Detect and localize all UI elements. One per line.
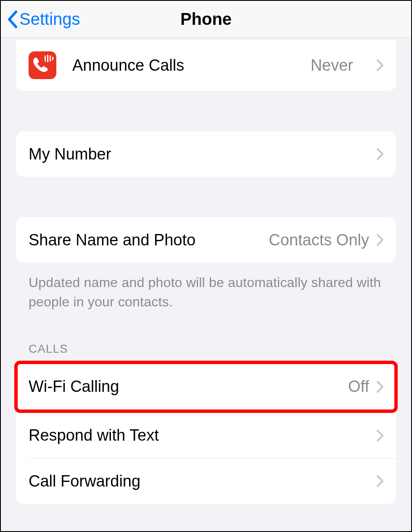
section-mynumber: My Number xyxy=(16,131,396,177)
svg-rect-4 xyxy=(52,57,53,60)
back-button[interactable]: Settings xyxy=(7,10,80,29)
chevron-right-icon xyxy=(377,148,383,160)
row-wifi-calling[interactable]: Wi-Fi Calling Off xyxy=(18,364,394,410)
chevron-right-icon xyxy=(377,234,383,246)
highlight-wifi-calling: Wi-Fi Calling Off xyxy=(14,361,398,413)
row-label: Share Name and Photo xyxy=(29,231,269,249)
row-label: Call Forwarding xyxy=(29,472,377,490)
section-announce: Announce Calls Never xyxy=(16,40,396,91)
row-my-number[interactable]: My Number xyxy=(16,131,396,177)
row-call-forwarding[interactable]: Call Forwarding xyxy=(29,458,396,504)
announce-icon xyxy=(29,51,56,79)
section-calls: Respond with Text Call Forwarding xyxy=(16,413,396,504)
svg-rect-2 xyxy=(47,55,48,62)
section-header-calls: CALLS xyxy=(16,342,396,361)
chevron-right-icon xyxy=(377,475,383,487)
row-value: Off xyxy=(348,378,369,396)
chevron-right-icon xyxy=(377,430,383,442)
row-value: Contacts Only xyxy=(269,231,369,249)
chevron-right-icon xyxy=(377,59,383,71)
back-label: Settings xyxy=(19,10,80,29)
svg-rect-3 xyxy=(50,56,51,61)
row-value: Never xyxy=(311,56,353,74)
row-announce-calls[interactable]: Announce Calls Never xyxy=(16,40,396,91)
svg-rect-0 xyxy=(29,51,56,79)
section-sharename: Share Name and Photo Contacts Only xyxy=(16,217,396,263)
row-share-name-photo[interactable]: Share Name and Photo Contacts Only xyxy=(16,217,396,263)
chevron-left-icon xyxy=(7,10,18,29)
row-label: Respond with Text xyxy=(29,426,377,444)
row-label: My Number xyxy=(29,145,377,163)
row-label: Announce Calls xyxy=(72,56,295,74)
row-respond-with-text[interactable]: Respond with Text xyxy=(16,413,396,458)
section-footer-text: Updated name and photo will be automatic… xyxy=(16,263,396,312)
svg-rect-1 xyxy=(45,56,46,61)
row-label: Wi-Fi Calling xyxy=(29,378,348,396)
chevron-right-icon xyxy=(377,381,383,393)
navigation-header: Settings Phone xyxy=(1,1,411,38)
page-title: Phone xyxy=(180,10,232,29)
